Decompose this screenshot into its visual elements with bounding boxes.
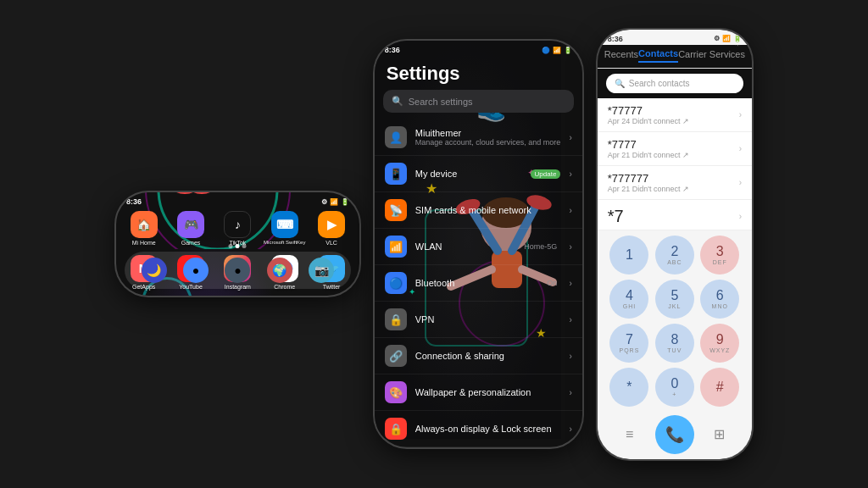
recent-item-3[interactable]: *777777 Apr 21 Didn't connect ↗ › [598,166,752,200]
dock-item-1[interactable]: 🌙 [142,258,167,283]
dock-item-5[interactable]: 📷 [309,258,334,283]
tab-carrier-services[interactable]: Carrier Services [678,49,745,62]
dock-item-2[interactable]: ● [183,258,209,283]
menu-button[interactable]: ≡ [615,419,645,450]
dock-item-4[interactable]: 🌍 [267,258,292,283]
settings-item-lockscreen[interactable]: 🔒 Always-on display & Lock screen › [375,411,582,447]
dial-key-1[interactable]: 1 [609,236,648,274]
status-bar-phone2: 8:36 🔵 📶 🔋 [375,41,582,56]
dialpad: 1 2 ABC 3 DEF 4 GHI 5 JKL [598,230,752,410]
call-button[interactable]: 📞 [655,415,694,454]
dial-key-0[interactable]: 0 + [655,368,694,407]
wallpaper-icon: 🎨 [385,381,407,403]
grid-button[interactable]: ⊞ [704,419,735,450]
app-mi-home[interactable]: 🏠 Mi Home [123,211,164,247]
recent-item-1[interactable]: *77777 Apr 24 Didn't connect ↗ › [598,98,752,132]
time-phone1: 8:36 [126,197,142,206]
settings-search-text: Search settings [409,97,473,107]
dial-key-star[interactable]: * [609,368,648,407]
settings-item-sim[interactable]: 📡 SIM cards & mobile network › [375,192,582,229]
settings-item-vpn[interactable]: 🔒 VPN › [375,302,582,338]
dial-key-7[interactable]: 7 PQRS [609,324,648,363]
dial-key-9[interactable]: 9 WXYZ [700,324,739,363]
app-swiftkey[interactable]: ⌨ Microsoft SwiftKey [264,211,305,247]
settings-item-wlan[interactable]: 📶 WLAN Home-5G › [375,229,582,265]
search-icon: 🔍 [392,96,403,107]
recent-item-2[interactable]: *7777 Apr 21 Didn't connect ↗ › [598,132,752,166]
dial-key-3[interactable]: 3 DEF [700,236,739,274]
sim-icon: 📡 [385,199,407,221]
lockscreen-icon: 🔒 [385,418,407,440]
phone2-settings: ★ ✦ ✦ ★ 👟 8:36 🔵 📶 🔋 [375,41,582,447]
tab-recents[interactable]: Recents [604,49,638,62]
dock: 🌙 ● ● 🌍 📷 [125,252,351,289]
status-bar-phone3: 8:36 ⚙ 📶 🔋 [598,30,752,45]
status-bar-phone1: 8:36 ⚙ 📶 🔋 [116,192,359,208]
dial-key-6[interactable]: 6 MNO [700,280,739,319]
update-badge: Update [531,169,561,179]
time-phone2: 8:36 [385,46,400,54]
status-icons-phone1: ⚙ 📶 🔋 [321,198,349,206]
settings-item-miuithemer[interactable]: 👤 Miuithemer Manage account, cloud servi… [375,119,582,156]
typed-number: *7 [608,207,624,226]
settings-item-wallpaper[interactable]: 🎨 Wallpaper & personalization › [375,374,582,411]
bluetooth-icon: 🔵 [385,272,407,294]
dock-item-3[interactable]: ● [225,258,250,283]
miuithemer-icon: 👤 [385,126,407,148]
tab-contacts[interactable]: Contacts [638,48,678,63]
page-dots [229,244,247,248]
dialpad-bottom: ≡ 📞 ⊞ [598,410,752,459]
dial-key-hash[interactable]: # [700,368,739,407]
app-vlc[interactable]: ▶ VLC [310,211,352,247]
phone1-home: 8:36 ⚙ 📶 🔋 🏠 Mi Home 🎮 Games ♪ [116,192,359,295]
search-icon-contacts: 🔍 [615,79,625,88]
dial-key-5[interactable]: 5 JKL [655,280,694,319]
time-phone3: 8:36 [608,35,623,43]
mydevice-icon: 📱 [385,163,407,185]
dial-key-4[interactable]: 4 GHI [609,280,648,319]
settings-item-connection[interactable]: 🔗 Connection & sharing › [375,338,582,374]
wlan-icon: 📶 [385,236,407,258]
settings-search-bar[interactable]: 🔍 Search settings [383,90,574,113]
dial-key-2[interactable]: 2 ABC [655,236,694,274]
app-games[interactable]: 🎮 Games [170,211,211,247]
connection-icon: 🔗 [385,345,407,367]
contact-search-bar[interactable]: 🔍 Search contacts [606,74,743,93]
settings-item-bluetooth[interactable]: 🔵 Bluetooth On › [375,265,582,302]
app-tiktok[interactable]: ♪ TikTok [217,211,259,247]
vpn-icon: 🔒 [385,308,407,330]
dial-key-8[interactable]: 8 TUV [655,324,694,363]
search-contacts-placeholder: Search contacts [629,79,690,88]
typing-display: *7 › [598,200,752,230]
settings-item-mydevice[interactable]: 📱 My device Update › [375,156,582,192]
settings-title: Settings [375,56,582,90]
phone3-contacts: 8:36 ⚙ 📶 🔋 ⚙ Recents Contacts Carrier Se… [598,30,752,459]
tabs-row: Recents Contacts Carrier Services [598,45,752,69]
